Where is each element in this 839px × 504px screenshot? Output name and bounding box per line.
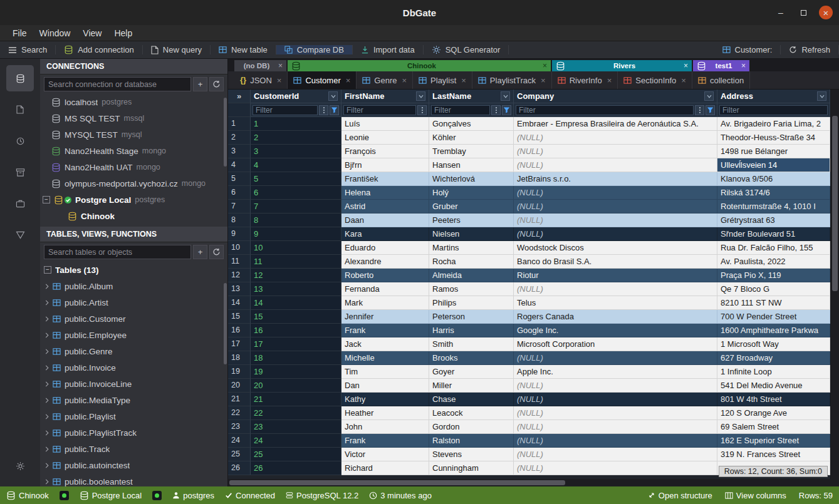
- status-indicator[interactable]: [60, 491, 69, 500]
- row-number[interactable]: 25: [228, 448, 251, 461]
- cell[interactable]: Rogers Canada: [514, 310, 717, 324]
- connection-nano2health-stage[interactable]: Nano2Health Stagemongo: [40, 143, 227, 159]
- cell[interactable]: Av. Brigadeiro Faria Lima, 2: [717, 117, 830, 131]
- cell-customerid[interactable]: 9: [251, 227, 341, 241]
- row-number[interactable]: 13: [228, 282, 251, 296]
- chevron-right-icon[interactable]: [45, 479, 49, 485]
- toolbar-compare-db[interactable]: Compare DB: [276, 45, 353, 54]
- cell[interactable]: Alexandre: [341, 255, 429, 269]
- tab-playlisttrack[interactable]: PlaylistTrack×: [472, 71, 552, 89]
- cell[interactable]: Tremblay: [429, 145, 514, 158]
- tables-search-input[interactable]: [44, 245, 191, 259]
- cell-customerid[interactable]: 23: [251, 420, 341, 434]
- row-number[interactable]: 14: [228, 296, 251, 310]
- status-chinook[interactable]: Chinook: [6, 491, 49, 500]
- status-indicator[interactable]: [152, 491, 162, 500]
- close-icon[interactable]: ×: [346, 76, 351, 85]
- cell[interactable]: Smith: [429, 337, 514, 351]
- cell[interactable]: Peterson: [429, 310, 514, 324]
- cell[interactable]: (NULL): [514, 282, 717, 296]
- cell[interactable]: Telus: [514, 296, 717, 310]
- cell-customerid[interactable]: 26: [251, 461, 341, 475]
- cell[interactable]: Kara: [341, 227, 429, 241]
- table-public-artist[interactable]: public.Artist: [40, 294, 227, 311]
- cell[interactable]: Qe 7 Bloco G: [717, 282, 830, 296]
- cell[interactable]: Gruber: [429, 200, 514, 213]
- cell[interactable]: Klanova 9/506: [717, 172, 830, 186]
- chevron-right-icon[interactable]: [45, 316, 49, 322]
- close-icon[interactable]: ×: [461, 76, 466, 85]
- chevron-right-icon[interactable]: [45, 414, 49, 419]
- column-header-customerid[interactable]: CustomerId: [251, 90, 341, 103]
- row-number[interactable]: 4: [228, 158, 251, 172]
- cell[interactable]: Leacock: [429, 406, 514, 420]
- filter-input-address[interactable]: [719, 105, 828, 115]
- cell-customerid[interactable]: 8: [251, 213, 341, 227]
- table-public-playlisttrack[interactable]: public.PlaylistTrack: [40, 424, 227, 441]
- close-icon[interactable]: ×: [541, 76, 546, 85]
- funnel-icon[interactable]: [330, 105, 339, 115]
- cell[interactable]: (NULL): [514, 227, 717, 241]
- minimize-button[interactable]: –: [774, 6, 788, 19]
- rail-files[interactable]: [6, 96, 34, 123]
- status-rows-59[interactable]: Rows: 59: [799, 491, 833, 500]
- cell[interactable]: Ramos: [429, 282, 514, 296]
- cell[interactable]: Stevens: [429, 448, 514, 461]
- cell[interactable]: (NULL): [514, 461, 717, 475]
- add-connection-small-button[interactable]: +: [193, 77, 207, 91]
- connections-scrollbar[interactable]: [224, 98, 227, 167]
- cell[interactable]: 8210 111 ST NW: [717, 296, 830, 310]
- cell[interactable]: 1 Infinite Loop: [717, 365, 830, 379]
- funnel-icon[interactable]: [706, 105, 715, 115]
- cell-customerid[interactable]: 4: [251, 158, 341, 172]
- cell[interactable]: Wichterlová: [429, 172, 514, 186]
- menu-window[interactable]: Window: [33, 27, 77, 39]
- cell[interactable]: Google Inc.: [514, 324, 717, 337]
- cell[interactable]: (NULL): [514, 448, 717, 461]
- column-header-company[interactable]: Company: [514, 90, 717, 103]
- add-table-small-button[interactable]: +: [193, 245, 207, 259]
- table-public-invoice[interactable]: public.Invoice: [40, 359, 227, 376]
- table-public-album[interactable]: public.Album: [40, 278, 227, 294]
- cell-customerid[interactable]: 2: [251, 131, 341, 145]
- row-number[interactable]: 12: [228, 269, 251, 282]
- cell[interactable]: Ullevĺlsveien 14: [717, 158, 830, 172]
- filter-input-company[interactable]: [516, 105, 694, 115]
- status-3-minutes-ago[interactable]: 3 minutes ago: [369, 491, 432, 500]
- cell[interactable]: Tim: [341, 365, 429, 379]
- chevron-right-icon[interactable]: [45, 430, 49, 436]
- cell[interactable]: Av. Paulista, 2022: [717, 255, 830, 269]
- cell[interactable]: Michelle: [341, 351, 429, 365]
- cell-customerid[interactable]: 13: [251, 282, 341, 296]
- cell[interactable]: Gordon: [429, 420, 514, 434]
- chevron-down-icon[interactable]: [416, 91, 425, 101]
- table-public-genre[interactable]: public.Genre: [40, 343, 227, 359]
- close-icon[interactable]: ×: [402, 76, 407, 85]
- close-icon[interactable]: ×: [684, 61, 688, 70]
- cell[interactable]: JetBrains s.r.o.: [514, 172, 717, 186]
- funnel-icon[interactable]: [502, 105, 511, 115]
- tab-playlist[interactable]: Playlist×: [413, 71, 472, 89]
- cell[interactable]: 319 N. Frances Street: [717, 448, 830, 461]
- cell[interactable]: Kathy: [341, 393, 429, 406]
- chevron-right-icon[interactable]: [45, 463, 49, 468]
- cell[interactable]: Grétrystraat 63: [717, 213, 830, 227]
- collapse-icon[interactable]: −: [44, 266, 51, 274]
- menu-view[interactable]: View: [76, 27, 108, 39]
- status-connected[interactable]: Connected: [225, 491, 275, 500]
- close-icon[interactable]: ×: [681, 76, 686, 85]
- row-number[interactable]: 24: [228, 434, 251, 448]
- connection-nano2health-uat[interactable]: Nano2Health UATmongo: [40, 159, 227, 175]
- column-header-firstname[interactable]: FirstName: [341, 90, 429, 103]
- cell[interactable]: Mark: [341, 296, 429, 310]
- cell[interactable]: Rotenturmstraße 4, 1010 I: [717, 200, 830, 213]
- connections-search-input[interactable]: [44, 77, 191, 91]
- cell[interactable]: Microsoft Corporation: [514, 337, 717, 351]
- cell[interactable]: Peeters: [429, 213, 514, 227]
- row-number[interactable]: 3: [228, 145, 251, 158]
- cell[interactable]: Praça Pio X, 119: [717, 269, 830, 282]
- table-public-employee[interactable]: public.Employee: [40, 327, 227, 343]
- cell[interactable]: (NULL): [514, 200, 717, 213]
- close-icon[interactable]: ×: [277, 76, 282, 85]
- cell[interactable]: Leonie: [341, 131, 429, 145]
